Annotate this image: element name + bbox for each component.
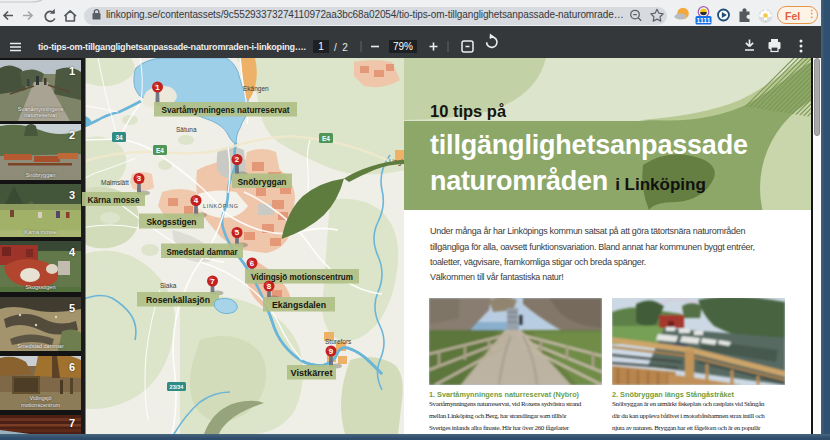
svg-text:5: 5 <box>235 228 240 237</box>
svg-text:E4: E4 <box>156 147 164 154</box>
svg-text:E4: E4 <box>322 135 330 142</box>
svg-text:34: 34 <box>115 134 123 141</box>
svg-text:Sätuna: Sätuna <box>176 126 197 133</box>
svg-text:2: 2 <box>235 155 240 164</box>
svg-text:Kärna mosse: Kärna mosse <box>88 195 140 205</box>
svg-text:Smedstad dammar: Smedstad dammar <box>167 247 238 257</box>
svg-text:Slaka: Slaka <box>160 282 177 289</box>
svg-text:Skogsstigen: Skogsstigen <box>147 217 197 227</box>
svg-text:8: 8 <box>267 282 272 291</box>
svg-text:6: 6 <box>250 259 255 268</box>
svg-text:LINKÖPING: LINKÖPING <box>203 203 239 209</box>
svg-text:Vistkärret: Vistkärret <box>291 368 333 378</box>
svg-text:4: 4 <box>194 196 199 205</box>
svg-text:Vidingsjö motionscentrum: Vidingsjö motionscentrum <box>251 272 353 282</box>
svg-text:1: 1 <box>155 83 160 92</box>
svg-text:Sturefors: Sturefors <box>325 338 352 345</box>
svg-text:Svartåmynningens naturreservat: Svartåmynningens naturreservat <box>162 105 290 115</box>
svg-text:Ekängen: Ekängen <box>243 85 269 93</box>
svg-text:Rosenkällasjön: Rosenkällasjön <box>146 295 210 305</box>
svg-text:23/34: 23/34 <box>170 384 185 390</box>
svg-text:7: 7 <box>210 277 215 286</box>
svg-text:Snöbryggan: Snöbryggan <box>238 177 287 187</box>
svg-text:Malmslätt: Malmslätt <box>101 179 129 186</box>
svg-text:1111: 1111 <box>697 17 711 24</box>
svg-text:Ekängsdalen: Ekängsdalen <box>272 300 326 310</box>
svg-text:9: 9 <box>329 347 334 356</box>
svg-text:3: 3 <box>137 174 142 183</box>
